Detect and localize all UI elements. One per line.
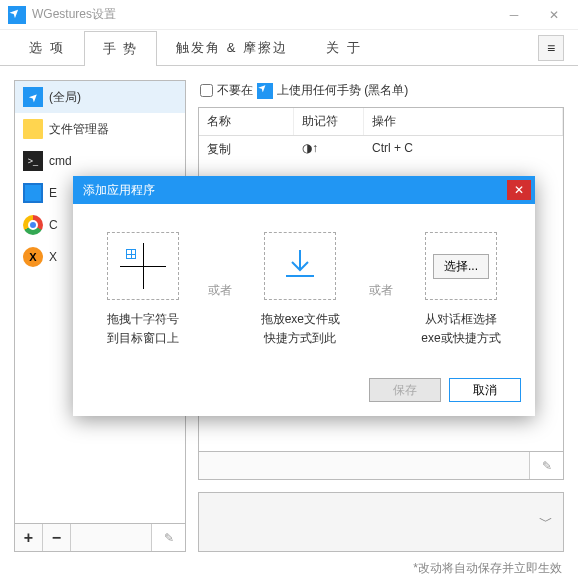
chrome-icon: [23, 215, 43, 235]
dialog-close-button[interactable]: ✕: [507, 180, 531, 200]
window-titlebar: WGestures设置 ─ ✕: [0, 0, 578, 30]
col-mnemonic[interactable]: 助记符: [294, 108, 364, 135]
dialog-title: 添加应用程序: [83, 182, 507, 199]
app-item-label: X: [49, 250, 57, 264]
save-button[interactable]: 保存: [369, 378, 441, 402]
xshell-icon: X: [23, 247, 43, 267]
or-label: 或者: [369, 282, 393, 299]
app-item-cmd[interactable]: >_ cmd: [15, 145, 185, 177]
method-label: 拖拽十字符号 到目标窗口上: [107, 310, 179, 348]
app-item-label: cmd: [49, 154, 72, 168]
cell-operation: Ctrl + C: [364, 136, 563, 163]
download-icon: [280, 246, 320, 286]
app-item-label: E: [49, 186, 57, 200]
window-icon: [23, 183, 43, 203]
method-label: 从对话框选择 exe或快捷方式: [421, 310, 500, 348]
edit-gesture-button[interactable]: ✎: [529, 452, 563, 479]
browse-box: 选择...: [425, 232, 497, 300]
gesture-preview[interactable]: ﹀: [198, 492, 564, 552]
col-name[interactable]: 名称: [199, 108, 294, 135]
app-item-global[interactable]: (全局): [15, 81, 185, 113]
cell-mnemonic: ◑↑: [294, 136, 364, 163]
app-item-label: 文件管理器: [49, 121, 109, 138]
dialog-body: 拖拽十字符号 到目标窗口上 或者 拖放exe文件或 快捷方式到此 或者 选择..…: [73, 204, 535, 368]
table-row[interactable]: 复制 ◑↑ Ctrl + C: [199, 136, 563, 163]
col-operation[interactable]: 操作: [364, 108, 563, 135]
gesture-toolbar: ✎: [198, 452, 564, 480]
cmd-icon: >_: [23, 151, 43, 171]
menu-button[interactable]: ≡: [538, 35, 564, 61]
blacklist-row: 不要在 上使用任何手势 (黑名单): [198, 80, 564, 107]
tab-bar: 选 项 手 势 触发角 & 摩擦边 关 于 ≡: [0, 30, 578, 66]
global-icon: [23, 87, 43, 107]
exe-dropzone[interactable]: [264, 232, 336, 300]
table-header: 名称 助记符 操作: [199, 108, 563, 136]
app-item-label: C: [49, 218, 58, 232]
browse-button[interactable]: 选择...: [433, 254, 489, 279]
method-label: 拖放exe文件或 快捷方式到此: [261, 310, 340, 348]
app-item-explorer[interactable]: 文件管理器: [15, 113, 185, 145]
dialog-titlebar[interactable]: 添加应用程序 ✕: [73, 176, 535, 204]
dialog-footer: 保存 取消: [73, 368, 535, 416]
or-label: 或者: [208, 282, 232, 299]
method-drag-crosshair: 拖拽十字符号 到目标窗口上: [107, 232, 179, 348]
app-list-toolbar: + − ✎: [14, 524, 186, 552]
blacklist-pre: 不要在: [217, 82, 253, 99]
app-item-label: (全局): [49, 89, 81, 106]
add-app-button[interactable]: +: [15, 524, 43, 551]
cancel-button[interactable]: 取消: [449, 378, 521, 402]
crosshair-dropzone[interactable]: [107, 232, 179, 300]
edit-app-button[interactable]: ✎: [151, 524, 185, 551]
cell-name: 复制: [199, 136, 294, 163]
app-icon: [8, 6, 26, 24]
remove-app-button[interactable]: −: [43, 524, 71, 551]
crosshair-icon: [126, 249, 136, 259]
close-button[interactable]: ✕: [534, 1, 574, 29]
tab-trigger[interactable]: 触发角 & 摩擦边: [157, 30, 307, 65]
window-title: WGestures设置: [32, 6, 494, 23]
footer-hint: *改动将自动保存并立即生效: [0, 556, 578, 575]
app-mini-icon: [257, 83, 273, 99]
tab-options[interactable]: 选 项: [10, 30, 84, 65]
blacklist-checkbox[interactable]: [200, 84, 213, 97]
minimize-button[interactable]: ─: [494, 1, 534, 29]
folder-icon: [23, 119, 43, 139]
hamburger-icon: ≡: [547, 40, 555, 56]
blacklist-post: 上使用任何手势 (黑名单): [277, 82, 408, 99]
mnemonic-icon: ◑↑: [302, 141, 318, 155]
add-app-dialog: 添加应用程序 ✕ 拖拽十字符号 到目标窗口上 或者 拖放exe文件或: [73, 176, 535, 416]
tab-about[interactable]: 关 于: [307, 30, 381, 65]
tab-gestures[interactable]: 手 势: [84, 31, 158, 66]
method-drop-exe: 拖放exe文件或 快捷方式到此: [261, 232, 340, 348]
pencil-icon: ✎: [164, 531, 174, 545]
pencil-icon: ✎: [542, 459, 552, 473]
method-browse: 选择... 从对话框选择 exe或快捷方式: [421, 232, 500, 348]
chevron-down-icon: ﹀: [539, 513, 553, 531]
